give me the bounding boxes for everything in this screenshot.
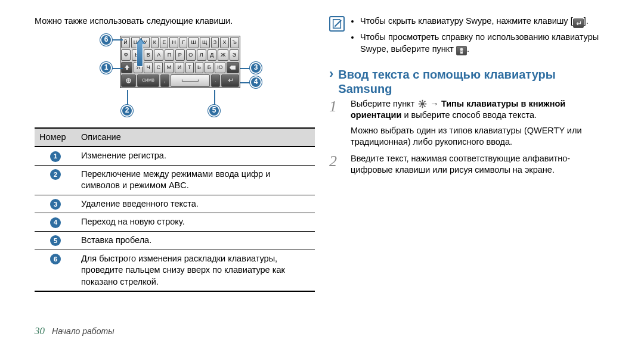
mode-key: , xyxy=(160,74,169,87)
kb-key: Щ xyxy=(200,37,210,48)
tip-text: Чтобы скрыть клавиатуру Swype, нажмите к… xyxy=(360,16,571,26)
legend-row-desc: Переключение между режимами ввода цифр и… xyxy=(76,165,315,195)
num-badge-icon: 2 xyxy=(50,169,61,180)
kb-key: В xyxy=(144,49,153,61)
num-badge-icon: 3 xyxy=(50,199,61,210)
kb-key: О xyxy=(186,49,196,61)
page-footer: 30 Начало работы xyxy=(35,325,114,338)
callout-5: 5 xyxy=(208,105,220,117)
kb-key: Э xyxy=(230,49,239,61)
callout-6: 6 xyxy=(100,34,112,46)
svg-point-2 xyxy=(420,102,424,105)
legend-header-desc: Описание xyxy=(76,128,315,147)
swipe-arrow-icon xyxy=(137,43,143,67)
kb-key: Ш xyxy=(188,37,199,48)
step-text: и выберите способ ввода текста. xyxy=(401,110,537,120)
svg-line-10 xyxy=(424,101,425,102)
tip-text: Чтобы просмотреть справку по использован… xyxy=(360,32,599,54)
legend-row-desc: Для быстрого изменения раскладки клавиат… xyxy=(76,250,315,291)
swype-help-icon xyxy=(456,46,467,55)
legend-row-desc: Переход на новую строку. xyxy=(76,213,315,232)
legend-header-num: Номер xyxy=(35,128,76,147)
kb-key: Л xyxy=(197,49,206,61)
step-list: 1 Выберите пункт → Типы клавиатуры в кни… xyxy=(329,98,609,176)
legend-row-num: 2 xyxy=(35,165,76,195)
callout-line xyxy=(127,90,128,107)
kb-key: Н xyxy=(169,37,178,48)
tip-list: Чтобы скрыть клавиатуру Swype, нажмите к… xyxy=(351,15,609,59)
kb-key: Х xyxy=(220,37,228,48)
kb-key: Ь xyxy=(195,62,204,73)
intro-text: Можно также использовать следующие клави… xyxy=(35,15,315,27)
kb-key: Т xyxy=(185,62,194,73)
callout-line xyxy=(214,90,215,107)
callout-1: 1 xyxy=(100,62,112,74)
tip-item: Чтобы просмотреть справку по использован… xyxy=(360,32,609,55)
enter-key xyxy=(221,74,239,87)
step-item: 2 Введите текст, нажимая соответствующие… xyxy=(329,153,609,176)
kb-key: К xyxy=(151,37,159,48)
kb-key: А xyxy=(154,49,163,61)
kb-key: З xyxy=(211,37,219,48)
kb-key: М xyxy=(164,62,174,73)
callout-3: 3 xyxy=(250,62,262,74)
kb-key: Е xyxy=(160,37,168,48)
legend-row-num: 3 xyxy=(35,195,76,213)
gear-icon xyxy=(417,99,428,108)
step-text: Введите текст, нажимая соответствующие а… xyxy=(351,154,570,175)
kb-key: Ж xyxy=(218,49,228,61)
svg-point-1 xyxy=(460,48,463,51)
mode-key-sym: СИМВ xyxy=(137,74,159,87)
legend-row-num: 6 xyxy=(35,250,76,291)
tip-text: ]. xyxy=(584,16,589,26)
mode-key-icon xyxy=(121,74,136,87)
callout-line xyxy=(112,68,123,69)
tip-text: . xyxy=(467,44,469,54)
step-subtext: Можно выбрать один из типов клавиатуры (… xyxy=(351,125,609,148)
num-badge-icon: 6 xyxy=(50,254,61,264)
page-number: 30 xyxy=(35,325,45,338)
kb-key: Г xyxy=(179,37,187,48)
svg-line-9 xyxy=(419,105,420,107)
right-column: Чтобы скрыть клавиатуру Swype, нажмите к… xyxy=(329,13,609,343)
callout-2: 2 xyxy=(121,105,133,117)
tip-block: Чтобы скрыть клавиатуру Swype, нажмите к… xyxy=(329,15,609,59)
step-item: 1 Выберите пункт → Типы клавиатуры в кни… xyxy=(329,98,609,148)
step-number: 2 xyxy=(329,151,337,172)
legend-table: Номер Описание 1 Изменение регистра. 2 П… xyxy=(35,127,315,292)
page: Можно также использовать следующие клави… xyxy=(0,0,644,349)
num-badge-icon: 5 xyxy=(50,235,61,246)
step-number: 1 xyxy=(329,96,337,117)
mode-key: . xyxy=(211,74,220,87)
callout-4: 4 xyxy=(250,76,262,88)
kb-key: Й xyxy=(121,37,130,48)
note-icon xyxy=(329,16,345,32)
back-key-icon xyxy=(573,18,584,28)
spacebar-key xyxy=(171,74,210,87)
step-text: Выберите пункт xyxy=(351,99,417,108)
kb-key: Ю xyxy=(215,62,225,73)
kb-key: С xyxy=(154,62,163,73)
legend-row-desc: Удаление введенного текста. xyxy=(76,195,315,213)
footer-label: Начало работы xyxy=(52,326,114,336)
svg-line-7 xyxy=(419,101,420,102)
callout-line xyxy=(112,39,123,40)
kb-key: Б xyxy=(205,62,213,73)
svg-line-8 xyxy=(424,105,425,107)
legend-row-num: 5 xyxy=(35,231,76,250)
num-badge-icon: 1 xyxy=(50,151,61,162)
kb-key: Р xyxy=(175,49,185,61)
chevron-right-icon: › xyxy=(329,67,333,80)
section-heading: › Ввод текста с помощью клавиатуры Samsu… xyxy=(329,67,609,96)
legend-row-num: 1 xyxy=(35,147,76,165)
legend-row-desc: Изменение регистра. xyxy=(76,147,315,165)
kb-key: П xyxy=(165,49,174,61)
kb-key: Ф xyxy=(121,49,131,61)
backspace-key xyxy=(227,62,239,73)
kb-key: И xyxy=(175,62,184,73)
tip-item: Чтобы скрыть клавиатуру Swype, нажмите к… xyxy=(360,15,609,28)
left-column: Можно также использовать следующие клави… xyxy=(35,13,315,343)
section-title: Ввод текста с помощью клавиатуры Samsung xyxy=(338,67,609,96)
kb-key: Ъ xyxy=(230,37,239,48)
keyboard-figure: Й Ц У К Е Н Г Ш Щ З Х Ъ Ф xyxy=(35,33,315,123)
